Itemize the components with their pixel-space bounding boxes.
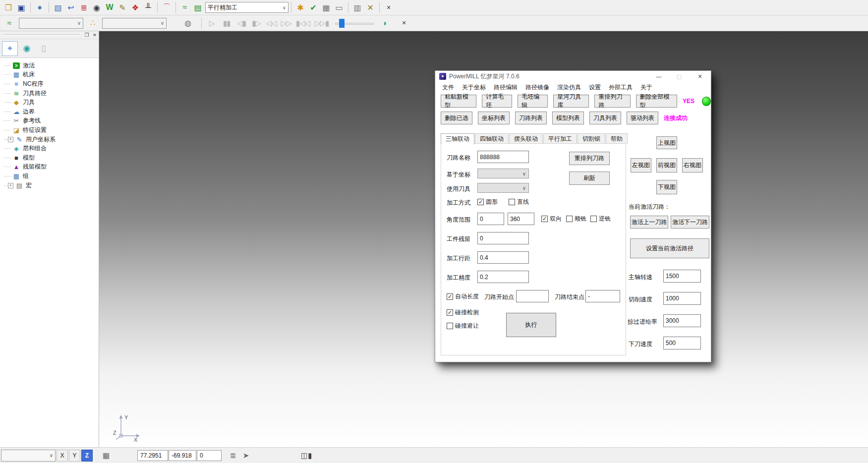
grid-snap-icon[interactable]: ▦	[100, 450, 113, 462]
boundary-icon[interactable]: W	[103, 1, 116, 14]
verify-check-icon[interactable]: ✔	[307, 1, 320, 14]
sim-toolpath-icon[interactable]: ≈	[3, 17, 16, 30]
sim-shade-bulb-icon[interactable]: ◍	[181, 17, 194, 30]
circular-checkbox[interactable]: ✓圆形	[477, 198, 498, 206]
path-end-input[interactable]: -	[585, 290, 620, 302]
path-start-input[interactable]	[516, 290, 549, 302]
tree-item-tools[interactable]: ◆刀具	[4, 98, 99, 107]
angle-to-input[interactable]: 360	[508, 213, 534, 225]
play-icon[interactable]: ▷	[204, 17, 219, 30]
model-list-button[interactable]: 模型列表	[552, 112, 584, 124]
block-stock-icon[interactable]: ●	[33, 1, 46, 14]
clamp-icon[interactable]: ▥	[351, 1, 364, 14]
dialog-titlebar[interactable]: ✦ PowerMILL 忆梦星河 7.0.6 — ▢ ✕	[435, 71, 711, 82]
activate-prev-button[interactable]: 激活上一刀路	[630, 216, 668, 229]
expand-icon[interactable]: +	[8, 183, 13, 188]
tree-item-stock-models[interactable]: ▲残留模型	[4, 163, 99, 172]
axis-z-button[interactable]: Z	[81, 450, 93, 462]
spindle-speed-input[interactable]: 1500	[663, 270, 701, 283]
measure-ruler-icon[interactable]: ▭	[333, 1, 346, 14]
save-project-icon[interactable]: ▣	[15, 1, 28, 14]
coordinate-list-icon[interactable]: ≣	[227, 450, 239, 462]
transform-swap-icon[interactable]: ✕	[364, 1, 377, 14]
use-tool-select[interactable]: ∨	[477, 183, 529, 193]
tool-burst-icon[interactable]: ✱	[294, 1, 307, 14]
front-view-button[interactable]: 前视图	[656, 158, 677, 173]
pause-icon[interactable]: ▮▮	[219, 17, 234, 30]
expand-icon[interactable]: +	[8, 137, 13, 142]
strategy-combo[interactable]: 平行精加工 ∨	[205, 2, 289, 13]
left-view-button[interactable]: 左视图	[631, 158, 651, 173]
cutting-speed-input[interactable]: 1000	[663, 292, 701, 305]
stock-allowance-input[interactable]: 0	[477, 232, 529, 244]
bidirectional-checkbox[interactable]: ✓双向	[541, 215, 562, 223]
menu-about-coords[interactable]: 关于坐标	[458, 83, 490, 92]
explorer-tree-tab[interactable]: ⌖	[2, 41, 18, 56]
tab-swivel-head[interactable]: 摆头联动	[509, 133, 543, 144]
calc-stock-button[interactable]: 计算毛坯	[482, 95, 512, 108]
tab-4axis[interactable]: 四轴联动	[475, 133, 509, 144]
set-active-path-button[interactable]: 设置当前激活路径	[630, 238, 709, 258]
conventional-mill-checkbox[interactable]: 逆铣	[590, 215, 611, 223]
rearrange-button[interactable]: 重排列刀路	[569, 152, 610, 165]
pick-pointer-icon[interactable]: ➤	[239, 450, 252, 462]
delete-selected-button[interactable]: 删除已选	[441, 112, 472, 124]
menu-path-mirror[interactable]: 路径镜像	[521, 83, 553, 92]
tree-item-machine[interactable]: ▦机床	[4, 70, 99, 80]
tree-item-patterns[interactable]: ✂参考线	[4, 116, 99, 126]
tree-item-workplanes[interactable]: +✎用户坐标系	[4, 135, 99, 144]
linear-checkbox[interactable]: 直线	[509, 198, 529, 206]
probe-tool-icon[interactable]: ◉	[90, 1, 103, 14]
tree-item-nc-programs[interactable]: ≡NC程序	[4, 79, 99, 89]
top-view-button[interactable]: 上视图	[656, 136, 677, 149]
tool-library-button[interactable]: 星河刀具库	[553, 95, 589, 108]
skim-feed-input[interactable]: 3000	[663, 314, 701, 327]
menu-path-edit[interactable]: 路径编辑	[490, 83, 521, 92]
plunge-speed-input[interactable]: 500	[663, 337, 701, 349]
tab-help[interactable]: 帮助	[606, 133, 628, 144]
tree-item-boundaries[interactable]: ☁边界	[4, 107, 99, 116]
close-panel-icon[interactable]: ✕	[91, 32, 99, 38]
tree-item-levels-sets[interactable]: ◈层和组合	[4, 144, 99, 153]
drive-list-button[interactable]: 驱动列表	[627, 112, 658, 124]
pattern-pencil-icon[interactable]: ✎	[116, 1, 129, 14]
menu-file[interactable]: 文件	[438, 83, 458, 92]
sim-toolpath-combo[interactable]: ∨	[19, 18, 83, 29]
execute-button[interactable]: 执行	[506, 313, 556, 337]
web-tab[interactable]: ◉	[19, 41, 35, 56]
sim-tools-icon[interactable]: ∴	[86, 17, 99, 30]
stepover-input[interactable]: 0.4	[477, 251, 529, 264]
levels-icon[interactable]: ≣	[77, 1, 90, 14]
collision-avoid-checkbox[interactable]: 碰撞避让	[447, 322, 479, 330]
sim-tool-combo[interactable]: ∨	[102, 18, 167, 29]
auto-length-checkbox[interactable]: ✓自动长度	[447, 292, 479, 301]
go-end-icon[interactable]: ▷▷▮	[312, 17, 331, 30]
tree-item-toolpaths[interactable]: ≋刀具路径	[4, 89, 99, 98]
paste-new-model-button[interactable]: 粘贴新模型	[441, 95, 476, 108]
toolpath-list-button[interactable]: 刀路列表	[515, 112, 547, 124]
menu-about[interactable]: 关于	[637, 83, 656, 92]
tolerance-input[interactable]: 0.2	[477, 271, 529, 283]
slider-handle[interactable]	[339, 19, 345, 28]
tool-list-button[interactable]: 刀具列表	[589, 112, 621, 124]
right-view-button[interactable]: 右视图	[682, 158, 703, 173]
tab-3axis[interactable]: 三轴联动	[441, 133, 474, 144]
tree-item-models[interactable]: ■模型	[4, 153, 99, 163]
stock-edit-button[interactable]: 毛坯编辑	[518, 95, 548, 108]
strategy-list-icon[interactable]: ▤	[191, 1, 204, 14]
toolpath-return-icon[interactable]: ↩	[64, 1, 77, 14]
step-back-icon[interactable]: ◁▮	[234, 17, 249, 30]
axis-y-button[interactable]: Y	[69, 450, 80, 462]
workplane-select[interactable]: ∨	[1, 450, 56, 462]
sim-speed-slider[interactable]	[335, 19, 374, 28]
bottom-view-button[interactable]: 下视图	[656, 180, 677, 194]
tree-item-macros[interactable]: +▤宏	[4, 181, 99, 190]
tool-holder-icon[interactable]: ╨	[142, 1, 155, 14]
coord-z-field[interactable]: 0	[197, 450, 222, 461]
maximize-button[interactable]: ▢	[672, 71, 687, 82]
coord-y-field[interactable]: -69.918	[169, 450, 196, 461]
fast-forward-icon[interactable]: ▷▷	[279, 17, 293, 30]
activate-next-button[interactable]: 激活下一刀路	[671, 216, 709, 229]
axis-x-button[interactable]: X	[57, 450, 68, 462]
open-project-icon[interactable]: ❐	[2, 1, 15, 14]
